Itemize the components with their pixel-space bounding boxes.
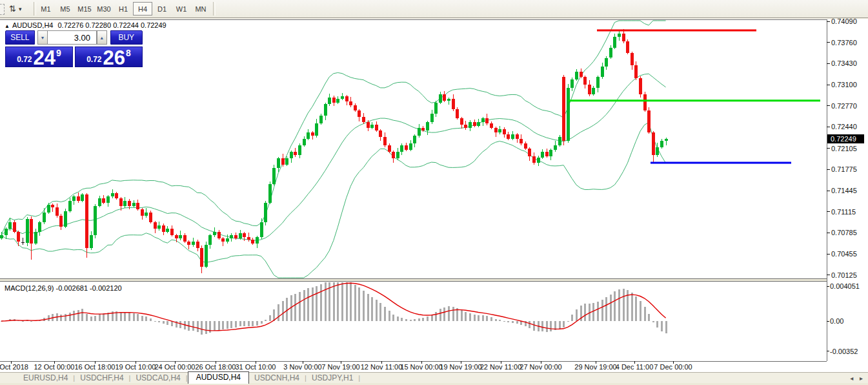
time-tick-label: 7 Dec 00:00 bbox=[654, 363, 692, 371]
price-tick-label: 0.74090 bbox=[831, 17, 857, 25]
symbol-name: AUDUSD,H4 bbox=[12, 21, 54, 29]
buy-price-prefix: 0.72 bbox=[86, 55, 101, 64]
price-tick-label: 0.72105 bbox=[831, 145, 857, 152]
price-tick-label: 0.72440 bbox=[831, 123, 857, 130]
timeframe-d1[interactable]: D1 bbox=[152, 2, 172, 16]
timeframe-m30[interactable]: M30 bbox=[94, 2, 114, 16]
time-tick-label: 9 Oct 2018 bbox=[0, 363, 28, 371]
toolbar: ⇅ ▾ M1M5M15M30H1H4D1W1MN bbox=[0, 0, 868, 18]
time-tick-label: 19 Nov 19:00 bbox=[439, 363, 481, 371]
price-tick-label: 0.71775 bbox=[831, 165, 857, 173]
ohlc-values: 0.72276 0.72280 0.72244 0.72249 bbox=[58, 21, 167, 29]
timeframe-m5[interactable]: M5 bbox=[56, 2, 75, 16]
time-tick-label: 12 Oct 00:00 bbox=[34, 363, 75, 371]
time-tick-label: 27 Nov 00:00 bbox=[520, 363, 561, 371]
buy-button[interactable]: BUY bbox=[110, 30, 143, 45]
sell-price-big: 24 bbox=[34, 49, 56, 67]
tab-eurusd-h4[interactable]: EURUSD,H4 bbox=[18, 373, 73, 382]
tab-separator: | bbox=[358, 374, 360, 382]
sell-price-quote[interactable]: 0.72249 bbox=[5, 47, 73, 67]
symbol-ohlc-label: ▲AUDUSD,H40.72276 0.72280 0.72244 0.7224… bbox=[5, 21, 167, 29]
time-tick-label: 12 Nov 11:00 bbox=[361, 363, 403, 371]
timeframe-mn[interactable]: MN bbox=[191, 2, 210, 16]
volume-increase-button[interactable]: ▲ bbox=[97, 30, 106, 45]
buy-price-quote[interactable]: 0.72268 bbox=[75, 47, 143, 67]
price-tick-label: 0.71115 bbox=[831, 208, 856, 216]
price-tick-label: 0.70455 bbox=[831, 250, 857, 258]
buy-price-big: 26 bbox=[103, 49, 125, 67]
time-tick-label: 24 Oct 00:00 bbox=[155, 363, 196, 371]
chevron-down-icon: ▾ bbox=[19, 6, 22, 12]
timeframe-buttons: M1M5M15M30H1H4D1W1MN bbox=[36, 2, 210, 16]
timeframe-m1[interactable]: M1 bbox=[36, 2, 56, 16]
tab-scroll-right-icon[interactable]: ▸ bbox=[860, 375, 863, 382]
mt4-window: ⇅ ▾ M1M5M15M30H1H4D1W1MN ▲AUDUSD,H40.722… bbox=[0, 0, 868, 385]
tab-usdjpy-h1[interactable]: USDJPY,H1 bbox=[307, 373, 358, 382]
timeframe-h1[interactable]: H1 bbox=[114, 2, 133, 16]
macd-tick-label: -0.00352 bbox=[830, 348, 858, 355]
macd-tick-label: 0.00 bbox=[830, 317, 843, 325]
toolbar-separator bbox=[213, 2, 216, 16]
symbol-marker-icon: ▲ bbox=[5, 23, 10, 29]
time-tick-label: 31 Oct 10:00 bbox=[236, 363, 276, 371]
timeframe-m15[interactable]: M15 bbox=[75, 2, 94, 16]
macd-indicator-label: MACD(12,26,9) -0.002681 -0.002120 bbox=[5, 284, 122, 292]
time-tick-label: 29 Nov 19:00 bbox=[574, 363, 616, 371]
sell-price-prefix: 0.72 bbox=[17, 55, 32, 64]
macd-tick-label: 0.004051 bbox=[830, 282, 860, 290]
volume-input[interactable] bbox=[47, 30, 97, 45]
time-tick-label: 16 Oct 18:00 bbox=[75, 363, 116, 371]
arrows-icon: ⇅ bbox=[9, 4, 16, 14]
timeframe-w1[interactable]: W1 bbox=[172, 2, 191, 16]
chart-tabs-bar: EURUSD,H4|USDCHF,H4|USDCAD,H4|AUDUSD,H4U… bbox=[0, 372, 868, 383]
volume-decrease-button[interactable]: ▼ bbox=[37, 30, 47, 45]
time-tick-label: 15 Nov 00:00 bbox=[400, 363, 442, 371]
price-tick-label: 0.73100 bbox=[831, 81, 857, 88]
price-tick-label: 0.70785 bbox=[831, 229, 857, 236]
tab-scroll-left-icon[interactable]: ◂ bbox=[850, 375, 853, 382]
price-tick-label: 0.70125 bbox=[831, 271, 857, 279]
tab-audusd-h4[interactable]: AUDUSD,H4 bbox=[188, 371, 249, 384]
cursor-tools-icon[interactable]: ⇅ ▾ bbox=[9, 2, 31, 16]
sell-price-pip: 9 bbox=[56, 48, 61, 58]
time-tick-label: 3 Nov 00:00 bbox=[283, 363, 321, 371]
clipped-toolbar-icon[interactable] bbox=[0, 4, 5, 15]
current-price-badge: 0.72249 bbox=[827, 134, 864, 143]
time-tick-label: 22 Nov 11:00 bbox=[480, 363, 522, 371]
timeframe-h4[interactable]: H4 bbox=[133, 2, 152, 16]
buy-price-pip: 8 bbox=[126, 48, 131, 58]
one-click-trading-panel: SELL ▼ ▲ BUY 0.72249 0.72268 bbox=[5, 30, 143, 67]
time-tick-label: 7 Nov 19:00 bbox=[321, 363, 359, 371]
sell-button[interactable]: SELL bbox=[5, 30, 35, 45]
price-tick-label: 0.73760 bbox=[831, 39, 857, 47]
price-tick-label: 0.72770 bbox=[831, 102, 857, 110]
time-tick-label: 4 Dec 11:00 bbox=[616, 363, 654, 371]
price-tick-label: 0.73430 bbox=[831, 59, 857, 67]
price-tick-label: 0.71445 bbox=[831, 187, 857, 194]
time-tick-label: 19 Oct 10:00 bbox=[116, 363, 156, 371]
tab-usdcnh-h4[interactable]: USDCNH,H4 bbox=[249, 373, 305, 382]
tab-usdchf-h4[interactable]: USDCHF,H4 bbox=[75, 373, 128, 382]
time-tick-label: 26 Oct 18:00 bbox=[196, 363, 236, 371]
tab-usdcad-h4[interactable]: USDCAD,H4 bbox=[130, 373, 185, 382]
